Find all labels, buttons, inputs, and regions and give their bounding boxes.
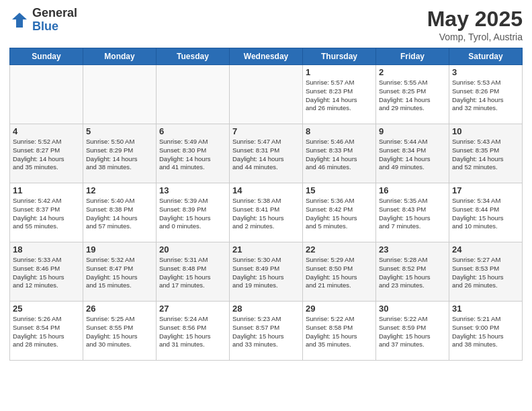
day-number: 31	[452, 304, 519, 314]
day-info: Sunrise: 5:24 AM Sunset: 8:56 PM Dayligh…	[159, 315, 226, 349]
day-number: 7	[232, 126, 300, 136]
day-number: 27	[159, 304, 226, 314]
day-info: Sunrise: 5:22 AM Sunset: 8:59 PM Dayligh…	[379, 315, 446, 349]
logo-general: General	[32, 7, 77, 20]
logo: General Blue	[9, 7, 77, 34]
calendar-cell: 22Sunrise: 5:29 AM Sunset: 8:50 PM Dayli…	[303, 242, 376, 302]
calendar-cell: 5Sunrise: 5:50 AM Sunset: 8:29 PM Daylig…	[83, 124, 157, 183]
calendar-cell: 24Sunrise: 5:27 AM Sunset: 8:53 PM Dayli…	[449, 242, 523, 302]
calendar-cell: 19Sunrise: 5:32 AM Sunset: 8:47 PM Dayli…	[83, 242, 157, 302]
calendar-cell: 17Sunrise: 5:34 AM Sunset: 8:44 PM Dayli…	[449, 183, 523, 242]
calendar-week-row: 4Sunrise: 5:52 AM Sunset: 8:27 PM Daylig…	[10, 124, 523, 183]
day-info: Sunrise: 5:35 AM Sunset: 8:43 PM Dayligh…	[379, 197, 446, 231]
calendar-cell	[157, 65, 230, 124]
day-info: Sunrise: 5:55 AM Sunset: 8:25 PM Dayligh…	[379, 79, 446, 113]
day-number: 4	[13, 126, 80, 136]
day-info: Sunrise: 5:42 AM Sunset: 8:37 PM Dayligh…	[13, 197, 80, 231]
calendar-cell: 12Sunrise: 5:40 AM Sunset: 8:38 PM Dayli…	[83, 183, 157, 242]
calendar-cell: 8Sunrise: 5:46 AM Sunset: 8:33 PM Daylig…	[303, 124, 376, 183]
day-number: 28	[232, 304, 300, 314]
day-info: Sunrise: 5:27 AM Sunset: 8:53 PM Dayligh…	[452, 256, 519, 290]
day-number: 23	[379, 244, 446, 255]
day-info: Sunrise: 5:47 AM Sunset: 8:31 PM Dayligh…	[232, 138, 300, 172]
day-info: Sunrise: 5:33 AM Sunset: 8:46 PM Dayligh…	[13, 256, 80, 290]
calendar-cell: 4Sunrise: 5:52 AM Sunset: 8:27 PM Daylig…	[10, 124, 83, 183]
day-info: Sunrise: 5:25 AM Sunset: 8:55 PM Dayligh…	[86, 315, 153, 349]
calendar-header-row: SundayMondayTuesdayWednesdayThursdayFrid…	[10, 48, 523, 65]
day-info: Sunrise: 5:28 AM Sunset: 8:52 PM Dayligh…	[379, 256, 446, 290]
calendar-cell: 25Sunrise: 5:26 AM Sunset: 8:54 PM Dayli…	[10, 302, 83, 361]
calendar-cell: 15Sunrise: 5:36 AM Sunset: 8:42 PM Dayli…	[303, 183, 376, 242]
day-number: 16	[379, 185, 446, 195]
calendar-cell: 31Sunrise: 5:21 AM Sunset: 9:00 PM Dayli…	[449, 302, 523, 361]
day-number: 30	[379, 304, 446, 314]
day-number: 10	[452, 126, 519, 136]
calendar-cell: 16Sunrise: 5:35 AM Sunset: 8:43 PM Dayli…	[376, 183, 449, 242]
calendar-cell: 3Sunrise: 5:53 AM Sunset: 8:26 PM Daylig…	[449, 65, 523, 124]
day-info: Sunrise: 5:53 AM Sunset: 8:26 PM Dayligh…	[452, 79, 519, 113]
day-info: Sunrise: 5:44 AM Sunset: 8:34 PM Dayligh…	[379, 138, 446, 172]
day-number: 24	[452, 244, 519, 255]
svg-marker-0	[12, 13, 27, 28]
calendar-cell: 18Sunrise: 5:33 AM Sunset: 8:46 PM Dayli…	[10, 242, 83, 302]
day-number: 15	[306, 185, 373, 195]
day-info: Sunrise: 5:57 AM Sunset: 8:23 PM Dayligh…	[306, 79, 373, 113]
day-number: 13	[159, 185, 226, 195]
calendar-cell: 27Sunrise: 5:24 AM Sunset: 8:56 PM Dayli…	[157, 302, 230, 361]
calendar-week-row: 18Sunrise: 5:33 AM Sunset: 8:46 PM Dayli…	[10, 242, 523, 302]
calendar-cell: 11Sunrise: 5:42 AM Sunset: 8:37 PM Dayli…	[10, 183, 83, 242]
calendar-cell: 9Sunrise: 5:44 AM Sunset: 8:34 PM Daylig…	[376, 124, 449, 183]
day-info: Sunrise: 5:49 AM Sunset: 8:30 PM Dayligh…	[159, 138, 226, 172]
calendar-cell: 6Sunrise: 5:49 AM Sunset: 8:30 PM Daylig…	[157, 124, 230, 183]
calendar-cell	[83, 65, 157, 124]
calendar-cell: 21Sunrise: 5:30 AM Sunset: 8:49 PM Dayli…	[230, 242, 303, 302]
day-number: 18	[13, 244, 80, 255]
day-info: Sunrise: 5:22 AM Sunset: 8:58 PM Dayligh…	[306, 315, 373, 349]
logo-blue: Blue	[32, 20, 77, 34]
calendar-cell: 10Sunrise: 5:43 AM Sunset: 8:35 PM Dayli…	[449, 124, 523, 183]
day-of-week-header: Tuesday	[157, 48, 230, 65]
page: General Blue May 2025 Vomp, Tyrol, Austr…	[0, 0, 532, 411]
day-info: Sunrise: 5:30 AM Sunset: 8:49 PM Dayligh…	[232, 256, 300, 290]
calendar-cell: 29Sunrise: 5:22 AM Sunset: 8:58 PM Dayli…	[303, 302, 376, 361]
day-number: 29	[306, 304, 373, 314]
day-number: 26	[86, 304, 153, 314]
day-info: Sunrise: 5:31 AM Sunset: 8:48 PM Dayligh…	[159, 256, 226, 290]
day-info: Sunrise: 5:26 AM Sunset: 8:54 PM Dayligh…	[13, 315, 80, 349]
day-info: Sunrise: 5:50 AM Sunset: 8:29 PM Dayligh…	[86, 138, 153, 172]
day-info: Sunrise: 5:34 AM Sunset: 8:44 PM Dayligh…	[452, 197, 519, 231]
day-info: Sunrise: 5:21 AM Sunset: 9:00 PM Dayligh…	[452, 315, 519, 349]
day-info: Sunrise: 5:46 AM Sunset: 8:33 PM Dayligh…	[306, 138, 373, 172]
day-number: 8	[306, 126, 373, 136]
day-info: Sunrise: 5:32 AM Sunset: 8:47 PM Dayligh…	[86, 256, 153, 290]
day-number: 17	[452, 185, 519, 195]
day-number: 2	[379, 67, 446, 77]
calendar-cell: 26Sunrise: 5:25 AM Sunset: 8:55 PM Dayli…	[83, 302, 157, 361]
day-number: 5	[86, 126, 153, 136]
day-number: 14	[232, 185, 300, 195]
day-info: Sunrise: 5:43 AM Sunset: 8:35 PM Dayligh…	[452, 138, 519, 172]
calendar-cell: 13Sunrise: 5:39 AM Sunset: 8:39 PM Dayli…	[157, 183, 230, 242]
day-info: Sunrise: 5:23 AM Sunset: 8:57 PM Dayligh…	[232, 315, 300, 349]
calendar-cell: 2Sunrise: 5:55 AM Sunset: 8:25 PM Daylig…	[376, 65, 449, 124]
day-number: 19	[86, 244, 153, 255]
calendar-cell: 14Sunrise: 5:38 AM Sunset: 8:41 PM Dayli…	[230, 183, 303, 242]
header: General Blue May 2025 Vomp, Tyrol, Austr…	[9, 7, 523, 42]
day-number: 9	[379, 126, 446, 136]
calendar-cell: 30Sunrise: 5:22 AM Sunset: 8:59 PM Dayli…	[376, 302, 449, 361]
day-number: 6	[159, 126, 226, 136]
day-info: Sunrise: 5:29 AM Sunset: 8:50 PM Dayligh…	[306, 256, 373, 290]
day-of-week-header: Wednesday	[230, 48, 303, 65]
day-number: 11	[13, 185, 80, 195]
day-number: 1	[306, 67, 373, 77]
calendar-cell	[10, 65, 83, 124]
day-of-week-header: Friday	[376, 48, 449, 65]
calendar-cell: 20Sunrise: 5:31 AM Sunset: 8:48 PM Dayli…	[157, 242, 230, 302]
calendar-cell	[230, 65, 303, 124]
day-info: Sunrise: 5:38 AM Sunset: 8:41 PM Dayligh…	[232, 197, 300, 231]
logo-icon	[9, 10, 30, 30]
day-of-week-header: Monday	[83, 48, 157, 65]
calendar-cell: 7Sunrise: 5:47 AM Sunset: 8:31 PM Daylig…	[230, 124, 303, 183]
day-of-week-header: Sunday	[10, 48, 83, 65]
calendar-cell: 23Sunrise: 5:28 AM Sunset: 8:52 PM Dayli…	[376, 242, 449, 302]
